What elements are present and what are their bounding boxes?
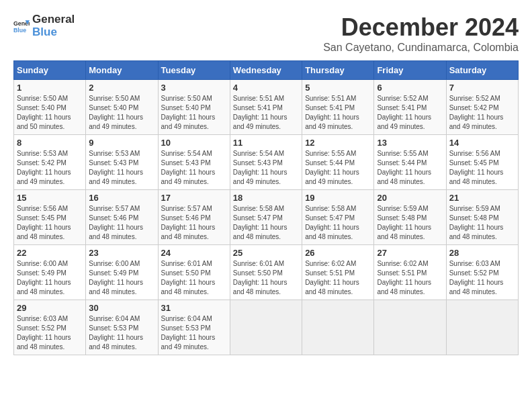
- day-number: 9: [89, 138, 154, 148]
- col-monday: Monday: [86, 61, 158, 80]
- table-row: 12 Sunrise: 5:55 AM Sunset: 5:44 PM Dayl…: [302, 135, 374, 190]
- day-number: 30: [89, 303, 154, 313]
- day-number: 26: [305, 248, 371, 258]
- table-row: [230, 300, 302, 355]
- calendar-week-4: 22 Sunrise: 6:00 AM Sunset: 5:49 PM Dayl…: [14, 245, 519, 300]
- day-content: Sunrise: 5:52 AM Sunset: 5:42 PM Dayligh…: [449, 94, 515, 132]
- day-number: 21: [449, 193, 515, 203]
- table-row: 2 Sunrise: 5:50 AM Sunset: 5:40 PM Dayli…: [86, 80, 158, 135]
- day-content: Sunrise: 5:54 AM Sunset: 5:43 PM Dayligh…: [161, 149, 227, 187]
- day-content: Sunrise: 5:53 AM Sunset: 5:43 PM Dayligh…: [89, 149, 154, 187]
- day-number: 10: [161, 138, 227, 148]
- day-number: 22: [17, 248, 83, 258]
- day-number: 18: [233, 193, 299, 203]
- table-row: 10 Sunrise: 5:54 AM Sunset: 5:43 PM Dayl…: [158, 135, 230, 190]
- day-content: Sunrise: 5:51 AM Sunset: 5:41 PM Dayligh…: [233, 94, 299, 132]
- table-row: 31 Sunrise: 6:04 AM Sunset: 5:53 PM Dayl…: [158, 300, 230, 355]
- table-row: 27 Sunrise: 6:02 AM Sunset: 5:51 PM Dayl…: [374, 245, 446, 300]
- table-row: 20 Sunrise: 5:59 AM Sunset: 5:48 PM Dayl…: [374, 190, 446, 245]
- day-content: Sunrise: 5:58 AM Sunset: 5:47 PM Dayligh…: [305, 204, 371, 242]
- calendar-table: Sunday Monday Tuesday Wednesday Thursday…: [13, 60, 519, 355]
- col-sunday: Sunday: [14, 61, 86, 80]
- day-content: Sunrise: 5:50 AM Sunset: 5:40 PM Dayligh…: [17, 94, 83, 132]
- day-content: Sunrise: 6:03 AM Sunset: 5:52 PM Dayligh…: [17, 314, 83, 352]
- calendar-week-2: 8 Sunrise: 5:53 AM Sunset: 5:42 PM Dayli…: [14, 135, 519, 190]
- title-section: December 2024 San Cayetano, Cundinamarca…: [323, 13, 519, 54]
- col-wednesday: Wednesday: [230, 61, 302, 80]
- day-content: Sunrise: 6:04 AM Sunset: 5:53 PM Dayligh…: [89, 314, 154, 352]
- day-number: 12: [305, 138, 371, 148]
- day-number: 24: [161, 248, 227, 258]
- day-content: Sunrise: 6:00 AM Sunset: 5:49 PM Dayligh…: [17, 259, 83, 297]
- day-content: Sunrise: 6:01 AM Sunset: 5:50 PM Dayligh…: [233, 259, 299, 297]
- day-number: 14: [449, 138, 515, 148]
- table-row: 24 Sunrise: 6:01 AM Sunset: 5:50 PM Dayl…: [158, 245, 230, 300]
- table-row: 4 Sunrise: 5:51 AM Sunset: 5:41 PM Dayli…: [230, 80, 302, 135]
- table-row: 6 Sunrise: 5:52 AM Sunset: 5:41 PM Dayli…: [374, 80, 446, 135]
- table-row: 26 Sunrise: 6:02 AM Sunset: 5:51 PM Dayl…: [302, 245, 374, 300]
- day-content: Sunrise: 6:03 AM Sunset: 5:52 PM Dayligh…: [449, 259, 515, 297]
- day-number: 4: [233, 83, 299, 93]
- logo-blue: Blue: [32, 26, 75, 39]
- day-number: 5: [305, 83, 371, 93]
- calendar-week-3: 15 Sunrise: 5:56 AM Sunset: 5:45 PM Dayl…: [14, 190, 519, 245]
- day-content: Sunrise: 5:53 AM Sunset: 5:42 PM Dayligh…: [17, 149, 83, 187]
- col-saturday: Saturday: [446, 61, 518, 80]
- calendar-week-1: 1 Sunrise: 5:50 AM Sunset: 5:40 PM Dayli…: [14, 80, 519, 135]
- day-content: Sunrise: 5:59 AM Sunset: 5:48 PM Dayligh…: [377, 204, 443, 242]
- table-row: 9 Sunrise: 5:53 AM Sunset: 5:43 PM Dayli…: [86, 135, 158, 190]
- day-number: 2: [89, 83, 154, 93]
- logo: General Blue General Blue: [13, 13, 75, 38]
- header-row: Sunday Monday Tuesday Wednesday Thursday…: [14, 61, 519, 80]
- table-row: 17 Sunrise: 5:57 AM Sunset: 5:46 PM Dayl…: [158, 190, 230, 245]
- day-number: 16: [89, 193, 154, 203]
- col-friday: Friday: [374, 61, 446, 80]
- table-row: 8 Sunrise: 5:53 AM Sunset: 5:42 PM Dayli…: [14, 135, 86, 190]
- day-content: Sunrise: 5:55 AM Sunset: 5:44 PM Dayligh…: [305, 149, 371, 187]
- day-number: 8: [17, 138, 83, 148]
- table-row: 30 Sunrise: 6:04 AM Sunset: 5:53 PM Dayl…: [86, 300, 158, 355]
- day-content: Sunrise: 5:50 AM Sunset: 5:40 PM Dayligh…: [161, 94, 227, 132]
- day-number: 19: [305, 193, 371, 203]
- day-number: 6: [377, 83, 443, 93]
- day-content: Sunrise: 5:50 AM Sunset: 5:40 PM Dayligh…: [89, 94, 154, 132]
- day-number: 11: [233, 138, 299, 148]
- day-content: Sunrise: 5:59 AM Sunset: 5:48 PM Dayligh…: [449, 204, 515, 242]
- day-number: 29: [17, 303, 83, 313]
- day-content: Sunrise: 5:51 AM Sunset: 5:41 PM Dayligh…: [305, 94, 371, 132]
- col-tuesday: Tuesday: [158, 61, 230, 80]
- table-row: 13 Sunrise: 5:55 AM Sunset: 5:44 PM Dayl…: [374, 135, 446, 190]
- table-row: 7 Sunrise: 5:52 AM Sunset: 5:42 PM Dayli…: [446, 80, 518, 135]
- table-row: 1 Sunrise: 5:50 AM Sunset: 5:40 PM Dayli…: [14, 80, 86, 135]
- day-number: 15: [17, 193, 83, 203]
- logo-icon: General Blue: [13, 18, 30, 34]
- table-row: 21 Sunrise: 5:59 AM Sunset: 5:48 PM Dayl…: [446, 190, 518, 245]
- table-row: [446, 300, 518, 355]
- day-content: Sunrise: 6:01 AM Sunset: 5:50 PM Dayligh…: [161, 259, 227, 297]
- day-content: Sunrise: 5:57 AM Sunset: 5:46 PM Dayligh…: [89, 204, 154, 242]
- day-content: Sunrise: 5:52 AM Sunset: 5:41 PM Dayligh…: [377, 94, 443, 132]
- day-number: 7: [449, 83, 515, 93]
- day-content: Sunrise: 6:00 AM Sunset: 5:49 PM Dayligh…: [89, 259, 154, 297]
- day-content: Sunrise: 5:58 AM Sunset: 5:47 PM Dayligh…: [233, 204, 299, 242]
- table-row: 25 Sunrise: 6:01 AM Sunset: 5:50 PM Dayl…: [230, 245, 302, 300]
- table-row: 28 Sunrise: 6:03 AM Sunset: 5:52 PM Dayl…: [446, 245, 518, 300]
- day-number: 28: [449, 248, 515, 258]
- svg-text:Blue: Blue: [13, 26, 26, 33]
- table-row: 29 Sunrise: 6:03 AM Sunset: 5:52 PM Dayl…: [14, 300, 86, 355]
- day-content: Sunrise: 6:04 AM Sunset: 5:53 PM Dayligh…: [161, 314, 227, 352]
- table-row: 23 Sunrise: 6:00 AM Sunset: 5:49 PM Dayl…: [86, 245, 158, 300]
- day-content: Sunrise: 5:56 AM Sunset: 5:45 PM Dayligh…: [449, 149, 515, 187]
- table-row: 16 Sunrise: 5:57 AM Sunset: 5:46 PM Dayl…: [86, 190, 158, 245]
- day-number: 17: [161, 193, 227, 203]
- logo-general: General: [32, 13, 75, 26]
- day-content: Sunrise: 5:56 AM Sunset: 5:45 PM Dayligh…: [17, 204, 83, 242]
- day-number: 13: [377, 138, 443, 148]
- day-number: 20: [377, 193, 443, 203]
- table-row: 3 Sunrise: 5:50 AM Sunset: 5:40 PM Dayli…: [158, 80, 230, 135]
- table-row: 11 Sunrise: 5:54 AM Sunset: 5:43 PM Dayl…: [230, 135, 302, 190]
- day-content: Sunrise: 6:02 AM Sunset: 5:51 PM Dayligh…: [305, 259, 371, 297]
- header: General Blue General Blue December 2024 …: [13, 13, 519, 54]
- table-row: 15 Sunrise: 5:56 AM Sunset: 5:45 PM Dayl…: [14, 190, 86, 245]
- table-row: 18 Sunrise: 5:58 AM Sunset: 5:47 PM Dayl…: [230, 190, 302, 245]
